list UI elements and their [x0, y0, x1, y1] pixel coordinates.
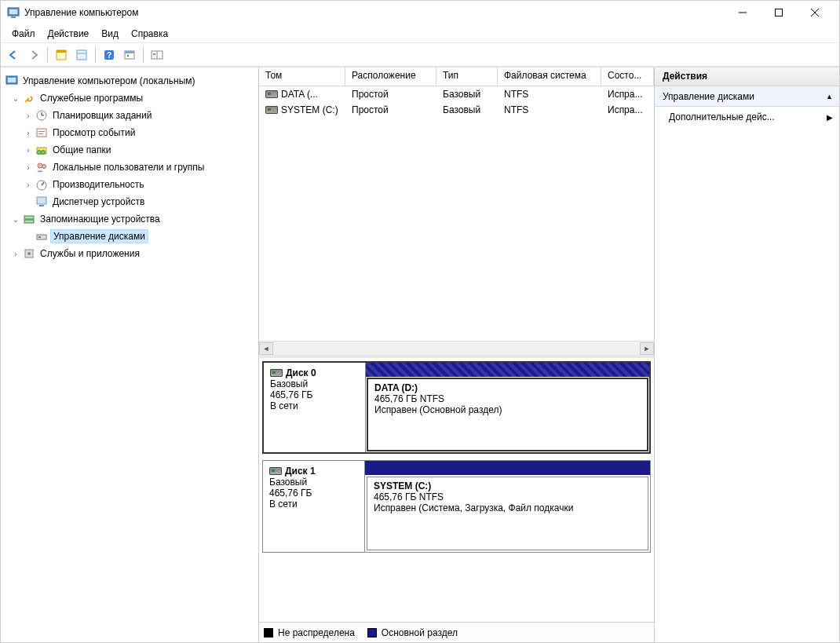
- svg-rect-34: [39, 205, 44, 206]
- toolbar-btn-5[interactable]: [120, 46, 139, 64]
- svg-rect-2: [11, 16, 16, 18]
- svg-rect-33: [37, 197, 46, 204]
- properties-button[interactable]: [72, 46, 91, 64]
- close-button[interactable]: [797, 1, 833, 24]
- svg-point-28: [38, 151, 42, 155]
- svg-rect-20: [8, 78, 16, 82]
- users-groups-icon: [35, 161, 48, 174]
- actions-section[interactable]: Управление дисками▲: [655, 86, 839, 107]
- disk-graphical-pane: Диск 0Базовый465,76 ГБВ сетиDATA (D:)465…: [259, 358, 654, 622]
- col-volume[interactable]: Том: [259, 68, 345, 86]
- svg-rect-38: [38, 236, 41, 238]
- legend-primary-icon: [367, 628, 377, 638]
- svg-rect-1: [9, 9, 17, 14]
- scheduler-icon: [35, 109, 48, 122]
- svg-point-40: [27, 252, 31, 255]
- show-hide-tree-button[interactable]: [52, 46, 71, 64]
- legend-unallocated-label: Не распределена: [278, 627, 355, 638]
- disk-partition[interactable]: SYSTEM (C:)465,76 ГБ NTFSИсправен (Систе…: [365, 461, 650, 552]
- tree-twisty[interactable]: ⌄: [10, 215, 21, 224]
- col-status[interactable]: Состо...: [601, 68, 654, 86]
- window-title: Управление компьютером: [24, 7, 725, 18]
- svg-rect-4: [776, 9, 783, 16]
- nav-tree-panel: Управление компьютером (локальным) ⌄ Слу…: [1, 68, 259, 642]
- help-button[interactable]: ?: [100, 46, 119, 64]
- svg-rect-18: [153, 53, 155, 55]
- svg-rect-37: [37, 235, 46, 239]
- actions-more[interactable]: Дополнительные дейс...▶: [655, 107, 839, 127]
- disk-icon: [270, 369, 283, 377]
- maximize-button[interactable]: [761, 1, 797, 24]
- computer-mgmt-icon: [5, 75, 18, 87]
- tree-twisty[interactable]: ›: [23, 111, 34, 120]
- menu-file[interactable]: Файл: [5, 27, 42, 41]
- tree-system-tools[interactable]: Служебные программы: [38, 92, 145, 104]
- svg-rect-25: [38, 131, 45, 132]
- disk-mgmt-icon: [35, 230, 48, 243]
- tree-performance[interactable]: Производительность: [50, 178, 146, 191]
- services-apps-icon: [23, 247, 35, 260]
- svg-rect-26: [38, 133, 43, 134]
- tree-event-viewer[interactable]: Просмотр событий: [50, 126, 137, 139]
- app-icon: [7, 6, 20, 19]
- hscrollbar[interactable]: ◄ ►: [259, 341, 654, 355]
- volume-row[interactable]: SYSTEM (C:)ПростойБазовыйNTFSИспра...: [259, 102, 654, 118]
- tree-device-manager[interactable]: Диспетчер устройств: [50, 195, 147, 208]
- scroll-left-button[interactable]: ◄: [259, 342, 273, 355]
- svg-point-30: [38, 163, 42, 168]
- minimize-button[interactable]: [725, 1, 761, 24]
- toolbar: ?: [1, 43, 839, 67]
- disk-info[interactable]: Диск 1Базовый465,76 ГБВ сети: [263, 461, 365, 552]
- tree-services-apps[interactable]: Службы и приложения: [38, 247, 142, 260]
- volume-icon: [265, 90, 278, 98]
- titlebar: Управление компьютером: [1, 1, 839, 24]
- disk-row[interactable]: Диск 1Базовый465,76 ГБВ сетиSYSTEM (C:)4…: [262, 460, 651, 553]
- svg-rect-9: [77, 50, 86, 60]
- tree-twisty[interactable]: ›: [23, 146, 34, 155]
- content-panel: Том Расположение Тип Файловая система Со…: [259, 68, 655, 642]
- svg-rect-15: [127, 55, 129, 57]
- disk-row[interactable]: Диск 0Базовый465,76 ГБВ сетиDATA (D:)465…: [262, 361, 651, 454]
- menubar: Файл Действие Вид Справка: [1, 24, 839, 43]
- svg-rect-14: [125, 51, 134, 53]
- storage-icon: [23, 213, 35, 225]
- disk-partition[interactable]: DATA (D:)465,76 ГБ NTFSИсправен (Основно…: [366, 363, 649, 452]
- col-layout[interactable]: Расположение: [345, 68, 436, 86]
- volume-row[interactable]: DATA (...ПростойБазовыйNTFSИспра...: [259, 86, 654, 102]
- tree-twisty[interactable]: ›: [10, 250, 21, 258]
- tree-shared-folders[interactable]: Общие папки: [50, 144, 113, 156]
- shared-folders-icon: [35, 144, 48, 156]
- tree-twisty[interactable]: ›: [23, 129, 34, 137]
- tree-disk-management[interactable]: Управление дисками: [50, 229, 148, 243]
- tree-twisty[interactable]: ›: [23, 181, 34, 189]
- legend-primary-label: Основной раздел: [382, 627, 458, 638]
- tree-root[interactable]: Управление компьютером (локальным): [20, 75, 198, 87]
- nav-back-button[interactable]: [4, 46, 23, 64]
- volume-list-header: Том Расположение Тип Файловая система Со…: [259, 68, 654, 86]
- col-filesystem[interactable]: Файловая система: [498, 68, 601, 86]
- toolbar-btn-6[interactable]: [148, 46, 166, 64]
- svg-point-29: [42, 151, 46, 155]
- svg-text:?: ?: [107, 51, 111, 60]
- performance-icon: [35, 178, 48, 191]
- tools-icon: [23, 92, 35, 104]
- scroll-right-button[interactable]: ►: [640, 342, 654, 355]
- menu-help[interactable]: Справка: [125, 27, 174, 41]
- tree-twisty[interactable]: ›: [23, 163, 34, 172]
- tree-twisty[interactable]: ⌄: [10, 94, 21, 103]
- actions-header: Действия: [655, 68, 839, 86]
- disk-icon: [269, 467, 282, 475]
- nav-forward-button[interactable]: [24, 46, 43, 64]
- partition-header-bar: [366, 363, 649, 377]
- event-viewer-icon: [35, 126, 48, 139]
- svg-point-31: [42, 165, 46, 169]
- tree-task-scheduler[interactable]: Планировщик заданий: [50, 109, 154, 122]
- menu-view[interactable]: Вид: [95, 27, 125, 41]
- tree-storage[interactable]: Запоминающие устройства: [38, 213, 163, 225]
- menu-action[interactable]: Действие: [42, 27, 96, 41]
- tree-users-groups[interactable]: Локальные пользователи и группы: [50, 161, 206, 174]
- svg-rect-8: [57, 50, 66, 53]
- disk-info[interactable]: Диск 0Базовый465,76 ГБВ сети: [264, 363, 366, 452]
- actions-panel: Действия Управление дисками▲ Дополнитель…: [655, 68, 839, 642]
- col-type[interactable]: Тип: [436, 68, 498, 86]
